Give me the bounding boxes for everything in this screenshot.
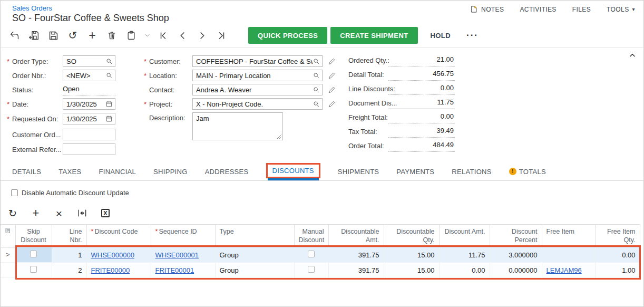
calendar-icon[interactable] (105, 115, 113, 122)
save-close-icon (28, 30, 40, 41)
activities-menu-item[interactable]: ACTIVITIES (520, 6, 556, 13)
order-nbr-field[interactable]: <NEW> (63, 70, 115, 81)
column-header-discount-code[interactable]: *Discount Code (86, 225, 151, 247)
tab-taxes[interactable]: TAXES (58, 165, 81, 176)
row-selector[interactable]: > (1, 247, 15, 263)
manual-discount-cell[interactable] (294, 263, 328, 278)
line-nbr-cell: 1 (52, 247, 86, 263)
column-header-free-item-qty[interactable]: Free Item Qty. (595, 225, 640, 247)
location-field[interactable]: MAIN - Primary Location (192, 70, 323, 81)
checkbox-icon[interactable] (308, 266, 315, 273)
create-shipment-button[interactable]: CREATE SHIPMENT (330, 27, 417, 44)
save-close-button[interactable] (26, 27, 41, 43)
edit-pencil-icon[interactable] (328, 57, 336, 65)
edit-pencil-icon[interactable] (328, 100, 336, 108)
project-field[interactable]: X - Non-Project Code. (192, 98, 323, 110)
skip-discount-cell[interactable] (15, 263, 52, 278)
tab-payments[interactable]: PAYMENTS (396, 165, 434, 176)
document-discounts-value[interactable]: 11.75 (388, 98, 455, 109)
customer-order-input[interactable] (63, 129, 115, 140)
cancel-back-button[interactable] (7, 27, 22, 43)
edit-pencil-icon[interactable] (328, 72, 336, 80)
files-menu-item[interactable]: FILES (572, 6, 591, 13)
tab-financial[interactable]: FINANCIAL (99, 165, 136, 176)
edit-pencil-icon[interactable] (328, 86, 336, 94)
undo-button[interactable]: ↺ (65, 27, 80, 43)
checkbox-icon[interactable] (30, 266, 37, 273)
tools-menu-item[interactable]: TOOLS ▾ (607, 6, 635, 13)
tab-shipments[interactable]: SHIPMENTS (338, 165, 379, 176)
quick-process-button[interactable]: QUICK PROCESS (248, 27, 327, 44)
column-header-free-item[interactable]: Free Item (542, 225, 595, 247)
column-header-skip-discount[interactable]: Skip Discount (15, 225, 52, 247)
magnifier-icon[interactable] (313, 57, 320, 65)
previous-record-button[interactable] (175, 27, 190, 43)
requested-on-field[interactable]: 1/30/2025 (63, 113, 115, 124)
notes-menu-item[interactable]: NOTES (470, 5, 504, 13)
external-ref-input[interactable] (63, 143, 115, 155)
checkbox-icon[interactable] (11, 189, 18, 196)
column-header-discountable-amt[interactable]: Discountable Amt. (328, 225, 384, 247)
refresh-button[interactable]: ↻ (5, 205, 21, 221)
add-record-button[interactable]: + (85, 27, 100, 43)
tab-details[interactable]: DETAILS (12, 165, 41, 176)
sequence-id-link[interactable]: WHSE000001 (155, 251, 199, 259)
checkbox-icon[interactable] (308, 251, 315, 257)
contact-field[interactable]: Andrea A. Weaver (192, 84, 323, 95)
skip-discount-cell[interactable] (15, 247, 52, 263)
more-actions-button[interactable]: ··· (461, 27, 484, 44)
table-row[interactable]: 2 FRITE00000 FRITE00001 Group 391.75 15.… (1, 263, 640, 278)
collapse-panel-button[interactable] (629, 52, 636, 61)
column-header-manual-discount[interactable]: Manual Discount (294, 225, 328, 247)
magnifier-icon[interactable] (105, 57, 113, 65)
customer-field[interactable]: COFFEESHOP - FourStar Coffee & Sweets Sh… (192, 55, 323, 67)
disable-auto-discount-checkbox[interactable]: Disable Automatic Discount Update (11, 189, 129, 197)
delete-record-button[interactable] (104, 27, 119, 43)
tab-addresses[interactable]: ADDRESSES (205, 165, 249, 176)
copy-paste-dropdown[interactable] (143, 33, 151, 39)
order-type-field[interactable]: SO (63, 55, 115, 67)
tab-relations[interactable]: RELATIONS (452, 165, 491, 176)
free-item-link[interactable]: LEMJAM96 (547, 266, 582, 274)
magnifier-icon[interactable] (313, 86, 320, 93)
table-row[interactable]: > 1 WHSE000000 WHSE000001 Group 391.75 1… (1, 247, 640, 263)
discount-code-link[interactable]: WHSE000000 (91, 251, 134, 259)
manual-discount-cell[interactable] (294, 247, 328, 263)
free-item-cell: LEMJAM96 (542, 263, 595, 278)
magnifier-icon[interactable] (313, 100, 320, 108)
tab-shipping[interactable]: SHIPPING (153, 165, 188, 176)
column-header-discount-percent[interactable]: Discount Percent (490, 225, 542, 247)
discount-code-link[interactable]: FRITE00000 (91, 266, 130, 274)
row-selector[interactable] (1, 263, 15, 278)
save-button[interactable] (46, 27, 61, 43)
column-header-discountable-qty[interactable]: Discountable Qty. (384, 225, 439, 247)
delete-row-button[interactable]: × (51, 205, 67, 221)
tab-totals[interactable]: ! TOTALS (509, 165, 546, 176)
magnifier-icon[interactable] (313, 72, 320, 79)
date-field[interactable]: 1/30/2025 (63, 98, 115, 110)
breadcrumb[interactable]: Sales Orders (12, 4, 52, 12)
checkbox-icon[interactable] (30, 251, 37, 257)
tab-discounts[interactable]: DISCOUNTS (266, 163, 320, 178)
contact-row: Contact: Andrea A. Weaver (144, 84, 336, 95)
next-record-button[interactable] (194, 27, 209, 43)
last-record-button[interactable] (214, 27, 229, 43)
hold-button[interactable]: HOLD (423, 27, 458, 44)
row-selector-header[interactable] (1, 225, 15, 247)
add-row-button[interactable]: + (28, 205, 44, 221)
fit-to-screen-button[interactable] (74, 205, 90, 221)
column-header-discount-amt[interactable]: Discount Amt. (439, 225, 490, 247)
description-textarea[interactable]: Jam (192, 112, 283, 140)
freight-total-value: 0.00 (388, 112, 455, 123)
first-record-button[interactable] (155, 27, 170, 43)
export-excel-button[interactable]: X (97, 205, 113, 221)
column-header-line-nbr[interactable]: Line Nbr. (52, 225, 86, 247)
column-header-sequence-id[interactable]: *Sequence ID (151, 225, 215, 247)
copy-paste-button[interactable] (124, 27, 139, 43)
sequence-id-link[interactable]: FRITE00001 (155, 266, 194, 274)
required-marker: * (155, 228, 158, 235)
calendar-icon[interactable] (105, 100, 113, 108)
magnifier-icon[interactable] (105, 72, 113, 79)
column-header-type[interactable]: Type (215, 225, 294, 247)
resize-grip-icon[interactable] (277, 134, 282, 139)
